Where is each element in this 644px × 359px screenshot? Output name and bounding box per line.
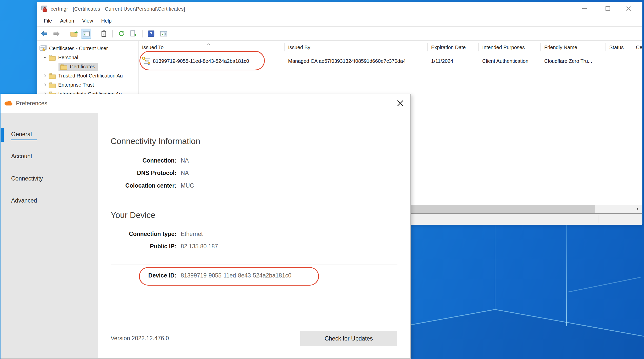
connection-type-label: Connection type: bbox=[98, 231, 176, 237]
column-header-certificate[interactable]: Ce bbox=[632, 41, 642, 54]
forward-button[interactable] bbox=[52, 29, 61, 39]
toolbar-separator bbox=[65, 30, 65, 37]
chevron-right-icon[interactable] bbox=[42, 83, 48, 87]
tree-item-trusted-root[interactable]: Trusted Root Certification Au bbox=[37, 71, 138, 80]
folder-icon bbox=[48, 54, 56, 61]
certmgr-app-icon bbox=[41, 5, 48, 12]
dialog-body: General Account Connectivity Advanced Co… bbox=[1, 113, 410, 358]
info-row-colocation-center: Colocation center: MUC bbox=[98, 182, 397, 189]
dialog-header: Preferences bbox=[1, 94, 410, 113]
toolbar-separator bbox=[112, 30, 113, 37]
cloudflare-logo-icon bbox=[4, 101, 13, 106]
public-ip-value: 82.135.80.187 bbox=[181, 243, 218, 250]
active-nav-indicator bbox=[1, 128, 4, 142]
active-nav-underline bbox=[11, 139, 37, 140]
help-button[interactable]: ? bbox=[146, 29, 156, 39]
action-pane-button[interactable] bbox=[159, 29, 168, 39]
section-divider bbox=[111, 265, 397, 265]
toolbar: ? bbox=[37, 27, 642, 41]
scroll-right-arrow[interactable] bbox=[634, 205, 641, 213]
issued-to-value: 81399719-9055-11ed-8e43-524a2ba181c0 bbox=[153, 58, 249, 64]
menu-file[interactable]: File bbox=[40, 18, 56, 24]
maximize-button[interactable] bbox=[600, 2, 615, 15]
cell-issued-to: 81399719-9055-11ed-8e43-524a2ba181c0 bbox=[138, 57, 285, 65]
section-divider bbox=[111, 202, 397, 202]
certificate-row[interactable]: 81399719-9055-11ed-8e43-524a2ba181c0 Man… bbox=[138, 54, 642, 68]
chevron-down-icon[interactable] bbox=[42, 56, 48, 59]
svg-text:?: ? bbox=[150, 31, 152, 36]
connection-value: NA bbox=[181, 157, 189, 164]
tree-item-root[interactable]: Certificates - Current User bbox=[37, 44, 138, 53]
column-header-intended-purposes[interactable]: Intended Purposes bbox=[479, 41, 541, 54]
export-list-button[interactable] bbox=[129, 29, 138, 39]
device-id-label: Device ID: bbox=[98, 272, 176, 279]
folder-icon bbox=[48, 82, 56, 88]
info-row-public-ip: Public IP: 82.135.80.187 bbox=[98, 243, 397, 250]
certificate-store-icon bbox=[39, 45, 47, 52]
nav-connectivity[interactable]: Connectivity bbox=[11, 175, 43, 182]
colocation-label: Colocation center: bbox=[98, 182, 176, 189]
back-button[interactable] bbox=[39, 29, 49, 39]
cell-friendly-name: Cloudflare Zero Tru... bbox=[541, 58, 606, 64]
info-row-dns-protocol: DNS Protocol: NA bbox=[98, 170, 397, 176]
wallpaper-beam bbox=[495, 224, 495, 310]
dns-protocol-value: NA bbox=[181, 170, 189, 176]
toolbar-separator bbox=[142, 30, 143, 37]
dialog-title: Preferences bbox=[16, 100, 47, 107]
tree-item-certificates[interactable]: Certificates bbox=[37, 62, 138, 71]
folder-icon bbox=[60, 64, 68, 70]
certmgr-titlebar: certmgr - [Certificates - Current User\P… bbox=[37, 2, 642, 15]
menu-bar: File Action View Help bbox=[37, 15, 642, 27]
dialog-close-icon[interactable] bbox=[396, 99, 405, 107]
selected-tree-item: Certificates bbox=[58, 63, 98, 71]
info-row-connection: Connection: NA bbox=[98, 157, 397, 164]
cell-intended-purposes: Client Authentication bbox=[479, 58, 541, 64]
minimize-button[interactable] bbox=[577, 2, 592, 15]
connectivity-heading: Connectivity Information bbox=[111, 136, 200, 146]
info-row-connection-type: Connection type: Ethernet bbox=[98, 231, 397, 237]
colocation-value: MUC bbox=[181, 182, 194, 189]
up-folder-button[interactable] bbox=[69, 29, 79, 39]
column-header-friendly-name[interactable]: Friendly Name bbox=[541, 41, 606, 54]
info-row-device-id: Device ID: 81399719-9055-11ed-8e43-524a2… bbox=[98, 272, 397, 279]
menu-action[interactable]: Action bbox=[56, 18, 78, 24]
folder-icon bbox=[48, 73, 56, 79]
tree-item-enterprise-trust[interactable]: Enterprise Trust bbox=[37, 80, 138, 89]
wallpaper-line bbox=[568, 277, 641, 292]
menu-view[interactable]: View bbox=[78, 18, 97, 24]
device-id-value: 81399719-9055-11ed-8e43-524a2ba181c0 bbox=[181, 272, 291, 279]
menu-help[interactable]: Help bbox=[97, 18, 116, 24]
tree-item-personal[interactable]: Personal bbox=[37, 53, 138, 62]
tree-item-label: Certificates - Current User bbox=[49, 46, 108, 51]
dialog-content: Connectivity Information Connection: NA … bbox=[98, 113, 410, 358]
check-for-updates-button[interactable]: Check for Updates bbox=[300, 331, 397, 346]
screen: certmgr - [Certificates - Current User\P… bbox=[0, 0, 644, 359]
toolbar-separator bbox=[95, 30, 95, 37]
wallpaper-beam bbox=[566, 224, 567, 326]
refresh-button[interactable] bbox=[116, 29, 126, 39]
column-header-issued-by[interactable]: Issued By bbox=[285, 41, 428, 54]
close-button[interactable] bbox=[621, 2, 636, 15]
nav-advanced[interactable]: Advanced bbox=[11, 197, 37, 204]
dialog-sidebar: General Account Connectivity Advanced bbox=[1, 113, 98, 358]
nav-account[interactable]: Account bbox=[11, 153, 32, 160]
dns-protocol-label: DNS Protocol: bbox=[98, 170, 176, 176]
list-header: Issued To Issued By Expiration Date Inte… bbox=[138, 41, 642, 54]
nav-general[interactable]: General bbox=[11, 131, 32, 138]
your-device-heading: Your Device bbox=[111, 210, 155, 220]
cell-expiration-date: 1/11/2024 bbox=[428, 58, 479, 64]
connection-label: Connection: bbox=[98, 157, 176, 164]
public-ip-label: Public IP: bbox=[98, 243, 176, 250]
column-header-status[interactable]: Status bbox=[606, 41, 632, 54]
connection-type-value: Ethernet bbox=[181, 231, 203, 237]
column-header-issued-to[interactable]: Issued To bbox=[138, 41, 285, 54]
show-console-tree-button[interactable] bbox=[82, 29, 91, 39]
certificate-key-icon bbox=[142, 57, 151, 65]
preferences-dialog: Preferences General Account Connectivity… bbox=[1, 94, 411, 359]
tree-item-label: Personal bbox=[58, 55, 78, 61]
tree-item-label: Enterprise Trust bbox=[58, 82, 94, 88]
statusbar-divider bbox=[531, 215, 531, 223]
clipboard-button[interactable] bbox=[99, 29, 109, 39]
column-header-expiration-date[interactable]: Expiration Date bbox=[428, 41, 479, 54]
chevron-right-icon[interactable] bbox=[42, 74, 48, 77]
